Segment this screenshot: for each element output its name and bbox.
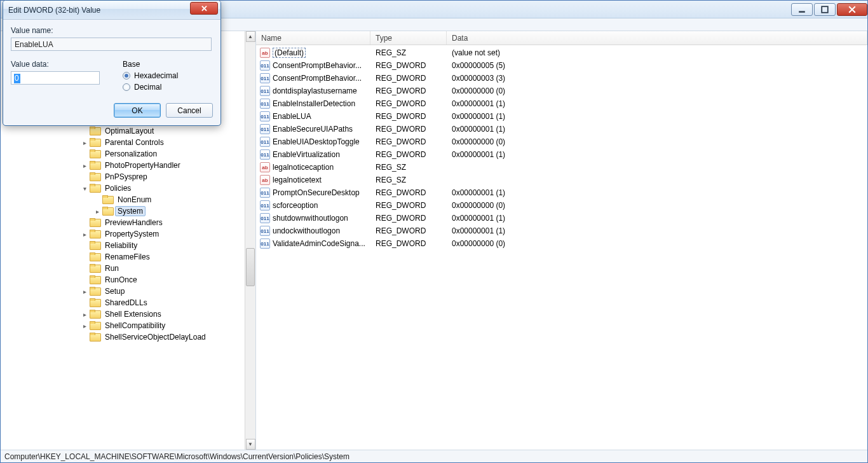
registry-value-row[interactable]: 011undockwithoutlogonREG_DWORD0x00000001… bbox=[256, 225, 867, 237]
value-name: (Default) bbox=[273, 48, 306, 58]
tree-node-label: Personalization bbox=[102, 149, 159, 159]
col-type[interactable]: Type bbox=[370, 31, 447, 45]
caret-right-icon[interactable]: ▸ bbox=[81, 287, 88, 295]
tree-node[interactable]: ▸ShellCompatibility bbox=[1, 320, 255, 331]
value-data: 0x00000000 (0) bbox=[447, 137, 867, 146]
folder-icon bbox=[90, 333, 100, 342]
caret-right-icon[interactable]: ▸ bbox=[81, 310, 88, 318]
registry-value-row[interactable]: 011EnableSecureUIAPathsREG_DWORD0x000000… bbox=[256, 123, 867, 135]
value-data: 0x00000001 (1) bbox=[447, 150, 867, 159]
value-data-input[interactable] bbox=[11, 72, 100, 84]
value-name-input[interactable] bbox=[11, 38, 212, 51]
value-name: undockwithoutlogon bbox=[273, 226, 340, 235]
tree-node[interactable]: ▸PreviewHandlers bbox=[1, 217, 255, 228]
maximize-button[interactable] bbox=[814, 3, 836, 16]
col-name[interactable]: Name bbox=[256, 31, 370, 45]
tree-node-label: OptimalLayout bbox=[102, 126, 156, 136]
caret-right-icon[interactable]: ▸ bbox=[81, 322, 88, 329]
tree-node[interactable]: ▸RenameFiles bbox=[1, 251, 255, 263]
scroll-up-icon[interactable]: ▲ bbox=[246, 31, 255, 42]
tree-node[interactable]: ▸Reliability bbox=[1, 240, 255, 251]
registry-value-row[interactable]: 011EnableUIADesktopToggleREG_DWORD0x0000… bbox=[256, 135, 867, 148]
radio-decimal[interactable]: Decimal bbox=[123, 83, 213, 92]
registry-value-row[interactable]: 011EnableInstallerDetectionREG_DWORD0x00… bbox=[256, 97, 867, 110]
dword-value-icon: 011 bbox=[260, 188, 270, 198]
value-data: 0x00000001 (1) bbox=[447, 188, 867, 197]
radio-icon bbox=[123, 83, 130, 91]
registry-value-row[interactable]: 011EnableVirtualizationREG_DWORD0x000000… bbox=[256, 148, 867, 161]
dword-value-icon: 011 bbox=[260, 124, 270, 134]
folder-icon bbox=[90, 127, 100, 135]
value-type: REG_DWORD bbox=[370, 99, 447, 108]
dword-value-icon: 011 bbox=[260, 149, 270, 160]
tree-node[interactable]: ▸Shell Extensions bbox=[1, 308, 255, 320]
tree-node[interactable]: ▸PnPSysprep bbox=[1, 171, 255, 183]
caret-down-icon[interactable]: ▾ bbox=[81, 184, 88, 192]
dword-value-icon: 011 bbox=[260, 226, 270, 236]
tree-node[interactable]: ▸PhotoPropertyHandler bbox=[1, 160, 255, 171]
list-body[interactable]: ab(Default)REG_SZ(value not set)011Conse… bbox=[256, 45, 867, 450]
tree-node[interactable]: ▸Setup bbox=[1, 286, 255, 297]
tree-node[interactable]: ▸ShellServiceObjectDelayLoad bbox=[1, 331, 255, 343]
registry-value-row[interactable]: 011EnableLUAREG_DWORD0x00000001 (1) bbox=[256, 110, 867, 123]
tree-node-label: Setup bbox=[102, 286, 127, 296]
tree-node-label: Parental Controls bbox=[102, 137, 166, 148]
radio-hexadecimal[interactable]: Hexadecimal bbox=[123, 71, 213, 80]
folder-icon bbox=[90, 184, 100, 193]
registry-value-row[interactable]: 011shutdownwithoutlogonREG_DWORD0x000000… bbox=[256, 212, 867, 225]
close-icon: ✕ bbox=[201, 4, 208, 13]
dialog-close-button[interactable]: ✕ bbox=[190, 2, 218, 15]
tree-node[interactable]: ▸System bbox=[1, 205, 255, 217]
tree-node[interactable]: ▸PropertySystem bbox=[1, 228, 255, 240]
caret-right-icon[interactable]: ▸ bbox=[81, 230, 88, 238]
tree-node[interactable]: ▸NonEnum bbox=[1, 194, 255, 205]
registry-value-row[interactable]: 011ConsentPromptBehavior...REG_DWORD0x00… bbox=[256, 72, 867, 85]
registry-value-row[interactable]: 011ValidateAdminCodeSigna...REG_DWORD0x0… bbox=[256, 237, 867, 250]
registry-value-row[interactable]: 011dontdisplaylastusernameREG_DWORD0x000… bbox=[256, 85, 867, 97]
caret-right-icon[interactable]: ▸ bbox=[93, 207, 101, 215]
registry-value-row[interactable]: 011scforceoptionREG_DWORD0x00000000 (0) bbox=[256, 199, 867, 212]
value-data: 0x00000001 (1) bbox=[447, 99, 867, 108]
value-data: 0x00000003 (3) bbox=[447, 74, 867, 83]
value-name: dontdisplaylastusername bbox=[273, 86, 357, 95]
registry-value-row[interactable]: 011ConsentPromptBehavior...REG_DWORD0x00… bbox=[256, 59, 867, 72]
list-header[interactable]: Name Type Data bbox=[256, 31, 867, 45]
tree-node[interactable]: ▸SharedDLLs bbox=[1, 297, 255, 308]
scroll-thumb[interactable] bbox=[246, 248, 255, 286]
value-data: 0x00000001 (1) bbox=[447, 112, 867, 121]
tree-node-label: Reliability bbox=[102, 240, 140, 251]
tree-node[interactable]: ▸Personalization bbox=[1, 148, 255, 160]
tree-node[interactable]: ▸Parental Controls bbox=[1, 137, 255, 148]
col-data[interactable]: Data bbox=[447, 31, 867, 45]
close-button[interactable] bbox=[837, 3, 867, 16]
tree-scrollbar[interactable]: ▲ ▼ bbox=[245, 31, 255, 450]
ok-button[interactable]: OK bbox=[114, 103, 161, 118]
tree-node-label: SharedDLLs bbox=[102, 298, 150, 308]
registry-value-row[interactable]: ablegalnoticetextREG_SZ bbox=[256, 174, 867, 186]
value-type: REG_DWORD bbox=[370, 201, 447, 210]
folder-icon bbox=[90, 241, 100, 250]
scroll-track[interactable] bbox=[245, 42, 255, 439]
cancel-button[interactable]: Cancel bbox=[166, 103, 213, 118]
registry-value-row[interactable]: ab(Default)REG_SZ(value not set) bbox=[256, 46, 867, 59]
dword-value-icon: 011 bbox=[260, 137, 270, 147]
value-name: ValidateAdminCodeSigna... bbox=[273, 239, 365, 248]
registry-value-row[interactable]: ablegalnoticecaptionREG_SZ bbox=[256, 161, 867, 174]
value-name: shutdownwithoutlogon bbox=[273, 214, 348, 223]
minimize-button[interactable] bbox=[791, 3, 813, 16]
dword-value-icon: 011 bbox=[260, 60, 270, 71]
caret-right-icon[interactable]: ▸ bbox=[81, 162, 88, 169]
tree-node[interactable]: ▸Run bbox=[1, 263, 255, 274]
tree-node[interactable]: ▸OptimalLayout bbox=[1, 125, 255, 137]
dialog-titlebar[interactable]: Edit DWORD (32-bit) Value ✕ bbox=[3, 1, 220, 20]
value-name: EnableLUA bbox=[273, 112, 311, 121]
registry-value-row[interactable]: 011PromptOnSecureDesktopREG_DWORD0x00000… bbox=[256, 186, 867, 199]
value-data-wrapper bbox=[11, 71, 100, 85]
scroll-down-icon[interactable]: ▼ bbox=[246, 439, 255, 450]
value-name: PromptOnSecureDesktop bbox=[273, 188, 360, 197]
caret-right-icon[interactable]: ▸ bbox=[81, 139, 88, 146]
tree-node-label: PreviewHandlers bbox=[102, 218, 165, 228]
value-type: REG_DWORD bbox=[370, 112, 447, 121]
tree-node[interactable]: ▸RunOnce bbox=[1, 274, 255, 286]
tree-node[interactable]: ▾Policies bbox=[1, 183, 255, 194]
